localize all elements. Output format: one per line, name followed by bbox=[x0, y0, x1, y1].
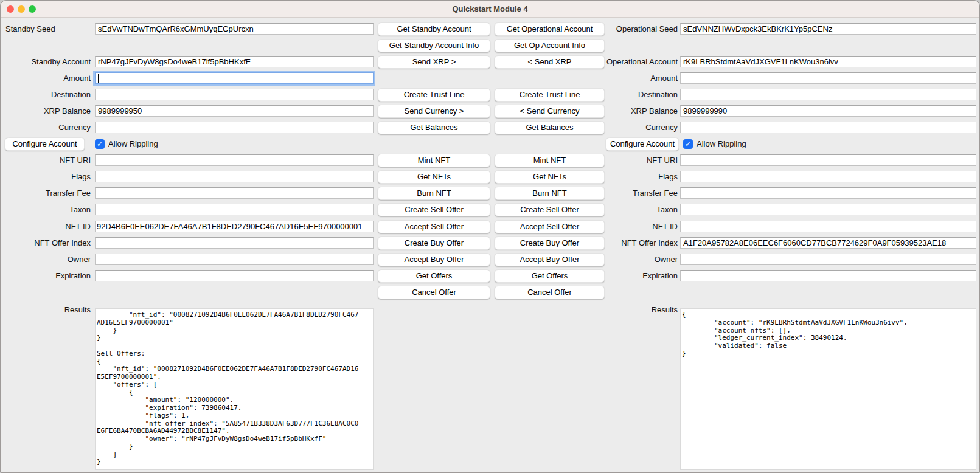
standby-taxon-field[interactable] bbox=[95, 204, 374, 215]
standby-results-textarea[interactable]: "nft_id": "0008271092D4B6F0EE062DE7FA46A… bbox=[95, 308, 374, 470]
op-results-label: Results bbox=[582, 304, 678, 316]
standby-amount-field[interactable] bbox=[95, 72, 374, 84]
op-nft-offer-index-field[interactable]: A1F20A95782A8E06EEC6F6060CD77BCB7724629F… bbox=[680, 237, 976, 249]
standby-owner-field[interactable] bbox=[95, 254, 374, 265]
standby-xrp-balance-label: XRP Balance bbox=[1, 105, 91, 117]
standby-create-sell-offer-button[interactable]: Create Sell Offer bbox=[378, 203, 490, 216]
standby-seed-field[interactable]: sEdVwTNDwTmQArR6xGMmUyqECpUrcxn bbox=[95, 23, 374, 35]
check-icon: ✓ bbox=[685, 140, 691, 148]
op-nft-offer-index-label: NFT Offer Index bbox=[582, 237, 678, 249]
op-destination-field[interactable] bbox=[680, 89, 976, 100]
op-amount-label: Amount bbox=[582, 72, 678, 84]
standby-accept-sell-offer-button[interactable]: Accept Sell Offer bbox=[378, 220, 490, 233]
get-standby-account-button[interactable]: Get Standby Account bbox=[378, 22, 490, 36]
op-nft-id-label: NFT ID bbox=[582, 221, 678, 232]
op-expiration-label: Expiration bbox=[582, 270, 678, 281]
standby-nft-id-field[interactable]: 92D4B6F0EE062DE7FA46A7B1F8DED2790FC467AD… bbox=[95, 221, 374, 232]
standby-amount-label: Amount bbox=[1, 72, 91, 84]
window-title: Quickstart Module 4 bbox=[1, 1, 979, 18]
standby-destination-label: Destination bbox=[1, 89, 91, 100]
standby-allow-rippling-checkbox[interactable]: ✓ bbox=[95, 139, 105, 149]
op-currency-label: Currency bbox=[582, 122, 678, 133]
standby-transfer-fee-label: Transfer Fee bbox=[1, 187, 91, 199]
get-standby-account-info-button[interactable]: Get Standby Account Info bbox=[378, 39, 490, 52]
app-window: Quickstart Module 4 Standby Seed sEdVwTN… bbox=[0, 0, 980, 473]
standby-nft-offer-index-label: NFT Offer Index bbox=[1, 237, 91, 249]
standby-seed-label: Standby Seed bbox=[5, 23, 91, 35]
standby-expiration-field[interactable] bbox=[95, 270, 374, 281]
op-xrp-balance-field[interactable]: 9899999990 bbox=[680, 105, 976, 117]
standby-get-balances-button[interactable]: Get Balances bbox=[378, 121, 490, 134]
standby-results-label: Results bbox=[1, 304, 91, 316]
op-allow-rippling-label: Allow Rippling bbox=[697, 139, 746, 150]
standby-transfer-fee-field[interactable] bbox=[95, 187, 374, 199]
standby-owner-label: Owner bbox=[1, 254, 91, 265]
standby-nft-uri-label: NFT URI bbox=[1, 154, 91, 166]
op-amount-field[interactable] bbox=[680, 72, 976, 84]
text-cursor bbox=[98, 74, 99, 83]
op-expiration-field[interactable] bbox=[680, 270, 976, 281]
standby-create-trust-line-button[interactable]: Create Trust Line bbox=[378, 88, 490, 102]
standby-get-offers-button[interactable]: Get Offers bbox=[378, 269, 490, 283]
standby-account-field[interactable]: rNP47gJFvDyW8gsDo4weB17if5pBbHKxfF bbox=[95, 56, 374, 67]
standby-configure-account-button[interactable]: Configure Account bbox=[5, 137, 85, 151]
op-seed-field[interactable]: sEdVNNZHWvDxpck3EkBKrK1Yp5pCENz bbox=[680, 23, 976, 35]
op-seed-label: Operational Seed bbox=[582, 23, 678, 35]
op-owner-label: Owner bbox=[582, 254, 678, 265]
op-cancel-offer-button[interactable]: Cancel Offer bbox=[495, 286, 605, 299]
standby-account-label: Standby Account bbox=[1, 56, 91, 67]
standby-cancel-offer-button[interactable]: Cancel Offer bbox=[378, 286, 490, 299]
op-results-textarea[interactable]: { "account": "rK9LBRhStdmtAaVdJXGVF1LnKW… bbox=[680, 308, 976, 470]
standby-expiration-label: Expiration bbox=[1, 270, 91, 281]
standby-create-buy-offer-button[interactable]: Create Buy Offer bbox=[378, 236, 490, 250]
standby-nft-offer-index-field[interactable] bbox=[95, 237, 374, 249]
standby-currency-label: Currency bbox=[1, 122, 91, 133]
standby-mint-nft-button[interactable]: Mint NFT bbox=[378, 154, 490, 167]
send-xrp-right-button[interactable]: Send XRP > bbox=[378, 55, 490, 69]
send-currency-right-button[interactable]: Send Currency > bbox=[378, 105, 490, 118]
op-nft-id-field[interactable] bbox=[680, 221, 976, 232]
op-configure-account-button[interactable]: Configure Account bbox=[606, 137, 679, 151]
op-transfer-fee-label: Transfer Fee bbox=[582, 187, 678, 199]
op-flags-field[interactable] bbox=[680, 171, 976, 182]
op-flags-label: Flags bbox=[582, 171, 678, 182]
standby-allow-rippling-label: Allow Rippling bbox=[108, 139, 158, 150]
standby-currency-field[interactable] bbox=[95, 122, 374, 133]
op-transfer-fee-field[interactable] bbox=[680, 187, 976, 199]
op-currency-field[interactable] bbox=[680, 122, 976, 133]
op-owner-field[interactable] bbox=[680, 254, 976, 265]
op-allow-rippling-checkbox[interactable]: ✓ bbox=[683, 139, 693, 149]
standby-nft-id-label: NFT ID bbox=[1, 221, 91, 232]
op-xrp-balance-label: XRP Balance bbox=[582, 105, 678, 117]
op-taxon-label: Taxon bbox=[582, 204, 678, 215]
op-taxon-field[interactable] bbox=[680, 204, 976, 215]
op-account-field[interactable]: rK9LBRhStdmtAaVdJXGVF1LnKWou3n6ivv bbox=[680, 56, 976, 67]
op-account-label: Operational Account bbox=[582, 56, 678, 67]
standby-nft-uri-field[interactable] bbox=[95, 154, 374, 166]
get-op-account-info-button[interactable]: Get Op Account Info bbox=[495, 39, 605, 52]
op-nft-uri-field[interactable] bbox=[680, 154, 976, 166]
op-nft-uri-label: NFT URI bbox=[582, 154, 678, 166]
standby-flags-label: Flags bbox=[1, 171, 91, 182]
standby-accept-buy-offer-button[interactable]: Accept Buy Offer bbox=[378, 253, 490, 266]
check-icon: ✓ bbox=[97, 140, 103, 148]
standby-get-nfts-button[interactable]: Get NFTs bbox=[378, 170, 490, 184]
title-bar: Quickstart Module 4 bbox=[1, 1, 979, 18]
standby-destination-field[interactable] bbox=[95, 89, 374, 100]
op-destination-label: Destination bbox=[582, 89, 678, 100]
standby-flags-field[interactable] bbox=[95, 171, 374, 182]
standby-xrp-balance-field[interactable]: 9989999950 bbox=[95, 105, 374, 117]
standby-burn-nft-button[interactable]: Burn NFT bbox=[378, 187, 490, 200]
standby-taxon-label: Taxon bbox=[1, 204, 91, 215]
